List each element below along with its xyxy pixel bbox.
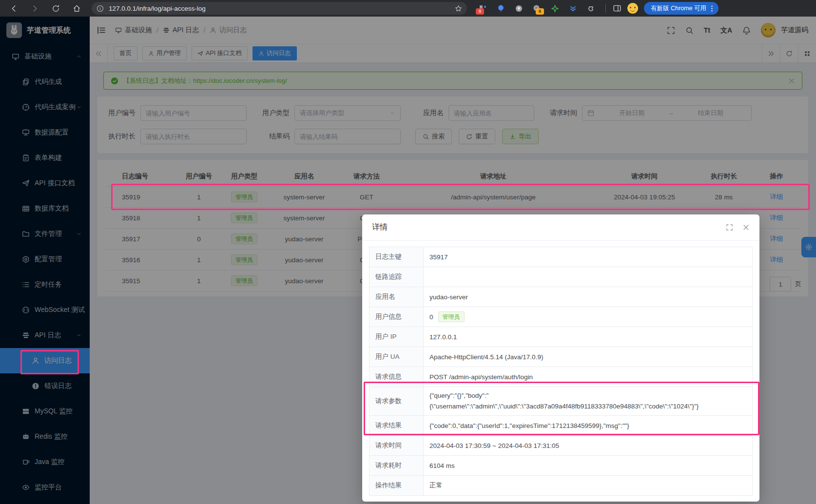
detail-label: 操作结果 — [369, 476, 424, 495]
detail-label: 应用名 — [369, 287, 424, 307]
detail-row: 请求时间 2024-04-03 17:30:59 ~ 2024-04-03 17… — [369, 436, 752, 456]
detail-label: 用户信息 — [369, 307, 424, 327]
extension-icon-5[interactable] — [550, 3, 560, 13]
detail-row: 用户信息 0管理员 — [369, 307, 752, 327]
detail-label: 用户 UA — [369, 347, 424, 367]
extension-badge: 8 — [476, 8, 484, 15]
detail-value: {"code":0,"data":{"userId":1,"expiresTim… — [424, 416, 752, 435]
detail-label: 请求参数 — [369, 387, 424, 415]
detail-row: 用户 UA Apache-HttpClient/4.5.14 (Java/17.… — [369, 347, 752, 367]
extensions-puzzle-icon[interactable] — [586, 3, 596, 13]
extension-icon-6[interactable] — [568, 3, 578, 13]
info-icon[interactable] — [97, 5, 104, 12]
detail-value: {"query":"{}","body":"{\"username\":\"ad… — [424, 387, 752, 415]
modal-title: 详情 — [372, 222, 388, 233]
detail-value: 正常 — [424, 476, 752, 495]
detail-value: Apache-HttpClient/4.5.14 (Java/17.0.9) — [424, 347, 752, 367]
detail-value: 0管理员 — [424, 307, 752, 327]
modal-body: 日志主键 35917 链路追踪 应用名 yudao-server 用户信息 0管… — [362, 241, 759, 502]
detail-row: 请求参数 {"query":"{}","body":"{\"username\"… — [369, 387, 752, 416]
bookmark-star-icon[interactable] — [455, 5, 462, 12]
detail-label: 请求耗时 — [369, 456, 424, 475]
extension-badge: 6 — [536, 8, 544, 15]
back-icon[interactable] — [10, 4, 18, 13]
url-bar[interactable]: 127.0.0.1/infra/log/api-access-log — [92, 2, 467, 15]
toolbar-separator — [605, 4, 606, 13]
browser-profile-avatar[interactable] — [627, 3, 638, 14]
extension-icon-3[interactable] — [514, 3, 524, 13]
user-type-badge: 管理员 — [438, 311, 465, 322]
menu-kebab-icon[interactable] — [708, 5, 716, 12]
detail-row: 请求结果 {"code":0,"data":{"userId":1,"expir… — [369, 416, 752, 436]
extension-icon-4[interactable]: 6 — [532, 3, 542, 13]
detail-label: 请求时间 — [369, 436, 424, 455]
chrome-update-button[interactable]: 有新版 Chrome 可用 — [644, 2, 719, 15]
detail-value — [424, 267, 752, 287]
page: 127.0.0.1/infra/log/api-access-log 8 6 — [0, 0, 816, 504]
modal-header: 详情 — [362, 214, 759, 241]
detail-value: 6104 ms — [424, 456, 752, 475]
detail-value: 35917 — [424, 247, 752, 267]
detail-label: 日志主键 — [369, 247, 424, 267]
detail-label: 请求结果 — [369, 416, 424, 435]
home-icon[interactable] — [73, 4, 81, 13]
detail-modal: 详情 日志主键 35917 链路追踪 应用名 yudao-server 用户信息… — [362, 214, 759, 502]
url-text: 127.0.0.1/infra/log/api-access-log — [109, 5, 455, 12]
detail-row: 用户 IP 127.0.0.1 — [369, 327, 752, 347]
detail-descriptions: 日志主键 35917 链路追踪 应用名 yudao-server 用户信息 0管… — [369, 247, 753, 496]
detail-row: 操作结果 正常 — [369, 476, 752, 495]
detail-row: 请求耗时 6104 ms — [369, 456, 752, 476]
detail-value: POST /admin-api/system/auth/login — [424, 367, 752, 387]
detail-row: 日志主键 35917 — [369, 247, 752, 267]
forward-icon[interactable] — [31, 4, 39, 13]
detail-value: yudao-server — [424, 287, 752, 307]
modal-close-icon[interactable] — [742, 224, 750, 231]
extension-icon-2[interactable] — [496, 3, 505, 13]
detail-value: 127.0.0.1 — [424, 327, 752, 347]
detail-label: 请求信息 — [369, 367, 424, 387]
detail-row: 应用名 yudao-server — [369, 287, 752, 307]
detail-label: 链路追踪 — [369, 267, 424, 287]
side-panel-icon[interactable] — [613, 4, 622, 13]
chrome-update-label: 有新版 Chrome 可用 — [651, 4, 706, 13]
extension-icon-1[interactable]: 8 — [478, 3, 487, 13]
detail-label: 用户 IP — [369, 327, 424, 347]
reload-icon[interactable] — [52, 4, 60, 13]
extension-area: 8 6 — [478, 3, 596, 13]
browser-toolbar: 127.0.0.1/infra/log/api-access-log 8 6 — [0, 0, 816, 17]
detail-value: 2024-04-03 17:30:59 ~ 2024-04-03 17:31:0… — [424, 436, 752, 455]
detail-row: 链路追踪 — [369, 267, 752, 287]
modal-fullscreen-icon[interactable] — [726, 224, 733, 231]
detail-row: 请求信息 POST /admin-api/system/auth/login — [369, 367, 752, 387]
